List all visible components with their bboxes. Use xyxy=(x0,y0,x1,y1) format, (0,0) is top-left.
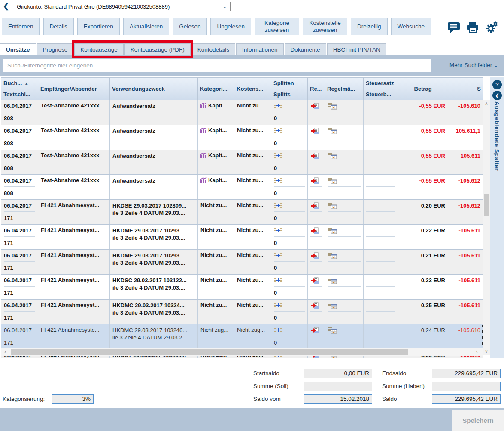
booking-cell: 06.04.2017 171 xyxy=(1,275,38,299)
table-row[interactable]: 06.04.2017 171 FI 421 Abnahmesyst... HKD… xyxy=(1,200,483,225)
split-icon[interactable] xyxy=(274,203,282,209)
assign-invoice-icon[interactable] xyxy=(310,252,320,259)
table-row[interactable]: 06.04.2017 171 FI 421 Abnahmesyste... HK… xyxy=(1,324,483,349)
column-header-regular[interactable]: Regelmä... xyxy=(325,78,364,100)
vertical-scrollbar[interactable]: ∧ ∨ xyxy=(483,100,490,355)
details-button[interactable]: Details xyxy=(43,18,74,35)
split-icon[interactable] xyxy=(274,153,282,159)
split-icon[interactable] xyxy=(274,103,282,109)
scroll-left-icon[interactable]: ‹ xyxy=(1,348,9,356)
amount-cell: -0,55 EUR xyxy=(398,125,448,150)
split-icon[interactable] xyxy=(274,128,282,134)
assign-invoice-icon[interactable] xyxy=(310,153,320,159)
category-cell: Kapit... xyxy=(198,125,234,150)
vertical-scroll-thumb[interactable] xyxy=(484,194,489,216)
split-icon[interactable] xyxy=(274,278,282,284)
unread-button[interactable]: Ungelesen xyxy=(210,18,251,35)
assign-invoice-icon[interactable] xyxy=(310,177,320,184)
recurring-icon[interactable] xyxy=(328,103,337,110)
tab-kontoauszuege-pdf[interactable]: Kontoauszüge (PDF) xyxy=(124,43,191,55)
horizontal-scrollbar[interactable]: ‹ › xyxy=(1,348,483,356)
tab-informationen[interactable]: Informationen xyxy=(236,43,284,55)
recurring-icon[interactable] xyxy=(328,153,337,159)
assign-invoice-icon[interactable] xyxy=(310,277,320,284)
column-header-amount[interactable]: Betrag xyxy=(398,78,448,100)
collapse-panel-icon[interactable]: ❮ xyxy=(492,91,502,100)
scroll-down-icon[interactable]: ∨ xyxy=(483,348,490,355)
scroll-up-icon[interactable]: ∧ xyxy=(483,100,490,107)
table-row[interactable]: 06.04.2017 171 FI 421 Abnahmesyst... HKD… xyxy=(1,300,483,324)
split-cell: 0 xyxy=(271,100,308,125)
assign-invoice-icon[interactable] xyxy=(310,202,320,209)
re-cell xyxy=(308,200,325,224)
balance-cell: -105.610 xyxy=(448,324,483,349)
assign-invoice-icon[interactable] xyxy=(310,128,320,134)
split-cell: 0 xyxy=(271,175,308,199)
column-header-purpose[interactable]: Verwendungszweck xyxy=(110,78,198,100)
table-row[interactable]: 06.04.2017 171 FI 421 Abnahmesyst... HKD… xyxy=(1,225,483,250)
tab-kontodetails[interactable]: Kontodetails xyxy=(191,43,235,55)
table-header-row: Buch...▲ Textschl... Empfänger/Absender … xyxy=(1,78,483,100)
tab-prognose[interactable]: Prognose xyxy=(37,43,74,55)
column-header-split[interactable]: Splitten Splitts xyxy=(271,78,308,100)
three-line-button[interactable]: Dreizeilig xyxy=(351,18,388,35)
tab-umsaetze[interactable]: Umsätze xyxy=(0,43,36,55)
remove-button[interactable]: Entfernen xyxy=(2,18,40,35)
table-row[interactable]: 06.04.2017 808 Test-Abnahme 421xxx Aufwa… xyxy=(1,125,483,150)
assign-category-button[interactable]: Kategorie zuweisen xyxy=(255,18,299,35)
summe-soll-label: Summe (Soll) xyxy=(253,383,288,389)
column-header-re[interactable]: Re... xyxy=(308,78,325,100)
help-icon[interactable]: ? xyxy=(492,80,502,89)
comment-icon[interactable] xyxy=(447,21,460,34)
table-row[interactable]: 06.04.2017 171 FI 421 Abnahmesyst... HKD… xyxy=(1,250,483,275)
recurring-icon[interactable] xyxy=(328,177,337,184)
save-button[interactable]: Speichern xyxy=(452,410,504,431)
column-header-tax[interactable]: Steuersatz Steuerb... xyxy=(364,78,398,100)
split-icon[interactable] xyxy=(274,253,282,259)
tab-hbci[interactable]: HBCI mit PIN/TAN xyxy=(327,43,386,55)
table-row[interactable]: 06.04.2017 808 Test-Abnahme 421xxx Aufwa… xyxy=(1,175,483,200)
read-button[interactable]: Gelesen xyxy=(173,18,207,35)
recurring-icon[interactable] xyxy=(328,277,337,284)
horizontal-scroll-thumb[interactable] xyxy=(11,349,408,355)
split-icon[interactable] xyxy=(274,303,282,309)
booking-cell: 06.04.2017 808 xyxy=(1,175,38,199)
assign-costcenter-button[interactable]: Kostenstelle zuweisen xyxy=(303,18,347,35)
export-button[interactable]: Exportieren xyxy=(77,18,120,35)
scroll-right-icon[interactable]: › xyxy=(473,348,481,356)
assign-invoice-icon[interactable] xyxy=(310,227,320,234)
assign-invoice-icon[interactable] xyxy=(310,302,320,309)
recurring-icon[interactable] xyxy=(328,252,337,259)
back-icon[interactable]: ❮ xyxy=(3,2,9,11)
search-input[interactable] xyxy=(3,59,431,72)
category-cell: Nicht zu... xyxy=(198,275,234,299)
column-header-costcenter[interactable]: Kostens... xyxy=(234,78,271,100)
recurring-icon[interactable] xyxy=(328,227,337,234)
tab-kontoauszuege[interactable]: Kontoauszüge xyxy=(74,43,123,55)
table-row[interactable]: 06.04.2017 171 FI 421 Abnahmesyst... HKD… xyxy=(1,275,483,300)
split-icon[interactable] xyxy=(274,178,282,184)
websearch-button[interactable]: Websuche xyxy=(391,18,431,35)
assign-invoice-icon[interactable] xyxy=(310,327,320,334)
settings-icon[interactable] xyxy=(485,21,498,34)
balance-cell: -105.611 xyxy=(448,275,483,299)
split-icon[interactable] xyxy=(274,228,282,234)
recurring-icon[interactable] xyxy=(328,302,337,309)
summe-haben-label: Summe (Haben) xyxy=(382,383,425,389)
assign-invoice-icon[interactable] xyxy=(310,103,320,110)
account-selector[interactable]: Girokonto: Standard Privat Giro (DE68940… xyxy=(13,2,231,11)
column-header-payee[interactable]: Empfänger/Absender xyxy=(38,78,110,100)
column-header-booking[interactable]: Buch...▲ Textschl... xyxy=(1,78,38,100)
table-row[interactable]: 06.04.2017 808 Test-Abnahme 421xxx Aufwa… xyxy=(1,100,483,125)
tab-dokumente[interactable]: Dokumente xyxy=(285,43,326,55)
table-row[interactable]: 06.04.2017 808 Test-Abnahme 421xxx Aufwa… xyxy=(1,150,483,175)
split-icon[interactable] xyxy=(274,327,282,333)
refresh-button[interactable]: Aktualisieren xyxy=(123,18,169,35)
print-icon[interactable] xyxy=(466,21,479,34)
recurring-icon[interactable] xyxy=(328,327,337,334)
column-header-category[interactable]: Kategori... xyxy=(198,78,234,100)
more-search-fields-link[interactable]: Mehr Suchfelder ⌄ xyxy=(449,62,498,68)
column-header-balance[interactable]: S xyxy=(448,78,483,100)
recurring-icon[interactable] xyxy=(328,128,337,134)
recurring-icon[interactable] xyxy=(328,202,337,209)
